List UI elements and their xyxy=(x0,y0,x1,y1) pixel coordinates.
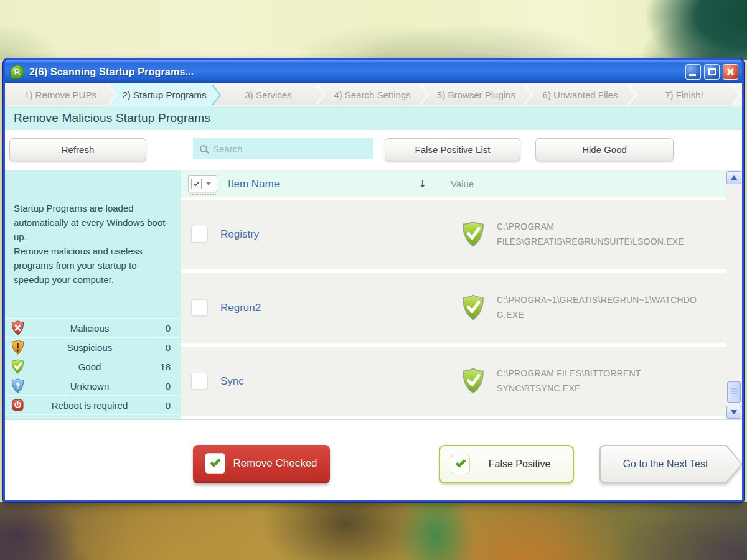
stat-label: Malicious xyxy=(27,323,152,334)
stat-count: 0 xyxy=(152,381,171,391)
unknown-shield-icon: ? xyxy=(11,378,27,393)
tab-remove-pups[interactable]: 1) Remove PUPs xyxy=(5,85,117,105)
sidebar-description: Startup Programs are loaded automaticall… xyxy=(5,170,181,287)
hide-good-button[interactable]: Hide Good xyxy=(535,138,674,161)
stat-row-malicious: Malicious 0 xyxy=(5,318,181,337)
search-box xyxy=(193,138,374,159)
refresh-button[interactable]: Refresh xyxy=(9,138,146,161)
reboot-icon xyxy=(11,398,27,413)
checkmark-icon xyxy=(451,455,470,474)
tab-browser-plugins[interactable]: 5) Browser Plugins xyxy=(421,85,533,105)
good-shield-icon xyxy=(462,294,484,323)
maximize-icon xyxy=(708,68,716,75)
sort-descending-icon[interactable]: ↓ xyxy=(418,178,426,190)
startup-items-table: Item Name ↓ Value Registry C:\PROGRAM FI… xyxy=(181,170,726,419)
chevron-down-icon xyxy=(206,182,211,185)
sidebar: Startup Programs are loaded automaticall… xyxy=(5,170,181,419)
table-rows: Registry C:\PROGRAM FILES\GREATIS\REGRUN… xyxy=(181,200,726,416)
minimize-icon xyxy=(689,74,696,76)
select-all-checkbox[interactable] xyxy=(191,179,202,189)
desktop-background-bottom xyxy=(0,502,747,560)
maximize-button[interactable] xyxy=(704,64,720,80)
select-all-dropdown-button[interactable] xyxy=(188,175,217,192)
desktop-background-top xyxy=(0,0,747,60)
good-shield-icon xyxy=(462,221,484,250)
false-positive-label: False Positive xyxy=(470,459,573,470)
item-value: C:\PROGRAM FILES\GREATIS\REGRUNSUITE\LSO… xyxy=(497,219,702,249)
row-checkbox[interactable] xyxy=(191,299,208,316)
svg-text:?: ? xyxy=(16,381,21,391)
search-input[interactable] xyxy=(213,138,374,159)
suspicious-shield-icon xyxy=(11,340,27,355)
stat-row-good: Good 18 xyxy=(5,357,181,376)
row-checkbox[interactable] xyxy=(191,226,208,243)
app-window: R 2(6) Scanning Startup Programs... 1) R… xyxy=(3,58,744,502)
minimize-button[interactable] xyxy=(685,64,701,80)
window-title: 2(6) Scanning Startup Programs... xyxy=(29,67,685,78)
stat-label: Suspicious xyxy=(27,342,152,353)
go-to-next-test-button[interactable]: Go to the Next Test xyxy=(599,445,743,483)
tab-label: 3) Services xyxy=(245,90,291,100)
table-row-registry[interactable]: Registry C:\PROGRAM FILES\GREATIS\REGRUN… xyxy=(181,200,726,269)
item-value: C:\PROGRA~1\GREATIS\REGRUN~1\WATCHDOG.EX… xyxy=(497,292,702,322)
column-header-value[interactable]: Value xyxy=(451,179,474,189)
stat-row-unknown: ? Unknown 0 xyxy=(5,376,181,395)
malicious-shield-icon xyxy=(11,320,27,335)
tab-label: 7) Finish! xyxy=(665,90,703,100)
search-icon xyxy=(200,145,207,152)
content-area: Startup Programs are loaded automaticall… xyxy=(5,170,742,419)
remove-checked-label: Remove Checked xyxy=(225,457,330,470)
check-icon xyxy=(194,180,200,187)
tab-search-settings[interactable]: 4) Search Settings xyxy=(317,85,429,105)
row-checkbox[interactable] xyxy=(191,373,208,390)
title-bar[interactable]: R 2(6) Scanning Startup Programs... xyxy=(5,60,742,83)
false-positive-button[interactable]: False Positive xyxy=(439,445,574,483)
tab-services[interactable]: 3) Services xyxy=(213,85,325,105)
table-row-regrun2[interactable]: Regrun2 C:\PROGRA~1\GREATIS\REGRUN~1\WAT… xyxy=(181,273,726,343)
stat-count: 18 xyxy=(152,362,171,372)
tab-label: 4) Search Settings xyxy=(334,90,410,100)
stat-row-reboot: Reboot is required 0 xyxy=(5,395,181,414)
description-paragraph: Remove malicious and useless programs fr… xyxy=(14,245,171,287)
stat-label: Unknown xyxy=(27,381,152,391)
good-shield-icon xyxy=(462,368,484,396)
next-test-label: Go to the Next Test xyxy=(623,459,720,470)
remove-checked-button[interactable]: Remove Checked xyxy=(193,445,330,483)
table-row-sync[interactable]: Sync C:\PROGRAM FILES\BITTORRENT SYNC\BT… xyxy=(181,347,726,416)
stat-row-suspicious: Suspicious 0 xyxy=(5,337,181,357)
wizard-tab-strip: 1) Remove PUPs 2) Startup Programs 3) Se… xyxy=(5,83,742,106)
tab-unwanted-files[interactable]: 6) Unwanted Files xyxy=(525,85,637,105)
tab-finish[interactable]: 7) Finish! xyxy=(629,85,741,105)
stat-label: Good xyxy=(27,362,152,372)
false-positive-list-button[interactable]: False Positive List xyxy=(385,138,520,161)
arrow-up-icon xyxy=(731,175,737,180)
stat-count: 0 xyxy=(152,323,171,334)
table-header: Item Name ↓ Value xyxy=(181,170,726,197)
stat-count: 0 xyxy=(152,342,171,353)
good-shield-icon xyxy=(11,359,27,374)
toolbar: Refresh False Positive List Hide Good xyxy=(5,130,742,170)
scrollbar-thumb[interactable] xyxy=(727,381,741,403)
column-header-item-name[interactable]: Item Name xyxy=(228,178,280,190)
item-name: Regrun2 xyxy=(220,302,261,314)
page-title: Remove Malicious Startup Programs xyxy=(14,111,210,125)
page-header: Remove Malicious Startup Programs xyxy=(5,106,742,130)
regrun-app-icon: R xyxy=(9,64,25,80)
tab-startup-programs[interactable]: 2) Startup Programs xyxy=(109,85,221,105)
scroll-down-button[interactable] xyxy=(726,406,741,419)
description-paragraph: Startup Programs are loaded automaticall… xyxy=(14,202,171,245)
tab-label: 1) Remove PUPs xyxy=(24,90,96,100)
tab-label: 5) Browser Plugins xyxy=(437,90,515,100)
footer-action-bar: Remove Checked False Positive Go to the … xyxy=(5,419,742,500)
app-icon-letter: R xyxy=(14,67,21,77)
close-button[interactable] xyxy=(723,64,738,80)
tab-label: 6) Unwanted Files xyxy=(543,90,618,100)
item-value: C:\PROGRAM FILES\BITTORRENT SYNC\BTSYNC.… xyxy=(497,366,702,396)
vertical-scrollbar[interactable] xyxy=(726,170,742,419)
arrow-down-icon xyxy=(731,410,737,414)
stat-label: Reboot is required xyxy=(27,400,152,411)
item-name: Registry xyxy=(220,228,259,241)
tab-label: 2) Startup Programs xyxy=(122,90,206,100)
scroll-up-button[interactable] xyxy=(726,171,741,184)
stat-count: 0 xyxy=(152,400,171,411)
